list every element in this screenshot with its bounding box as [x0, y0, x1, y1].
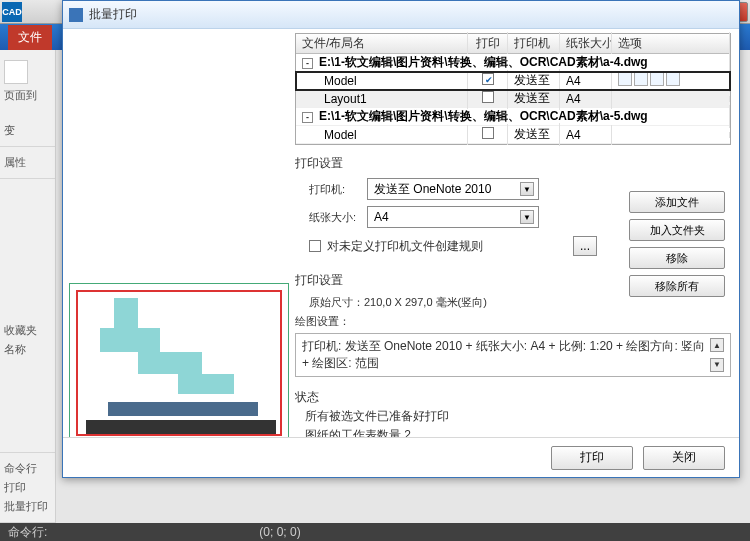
expand-icon[interactable]: - — [302, 58, 313, 69]
sidebar-label-page-to: 页面到 — [4, 88, 51, 103]
print-button[interactable]: 打印 — [551, 446, 633, 470]
orig-size: 原始尺寸：210,0 X 297,0 毫米(竖向) — [295, 295, 731, 310]
scroll-down-icon[interactable]: ▼ — [710, 358, 724, 372]
plot-settings-text: 打印机: 发送至 OneNote 2010 + 纸张大小: A4 + 比例: 1… — [302, 338, 710, 372]
status-ready: 所有被选文件已准备好打印 — [305, 408, 731, 425]
add-file-button[interactable]: 添加文件 — [629, 191, 725, 213]
statusbar-coords: (0; 0; 0) — [259, 525, 300, 539]
plot-settings-label: 绘图设置： — [295, 314, 731, 329]
add-folder-button[interactable]: 加入文件夹 — [629, 219, 725, 241]
remove-button[interactable]: 移除 — [629, 247, 725, 269]
menu-file[interactable]: 文件 — [8, 25, 52, 50]
preview-frame — [76, 290, 282, 436]
sidebar-label-batch-print: 批量打印 — [4, 499, 51, 514]
remove-all-button[interactable]: 移除所有 — [629, 275, 725, 297]
status-sheets: 图纸的工作表数量 2 — [305, 427, 731, 437]
status-section: 状态 所有被选文件已准备好打印 图纸的工作表数量 2 — [295, 387, 731, 437]
dialog-titlebar: 批量打印 — [63, 1, 739, 29]
dialog-icon — [69, 8, 83, 22]
app-window: CAD — ☐ ✕ 文件 页面到 变 属性 收藏夹 名称 命令行 打印 批量打印 — [0, 0, 750, 541]
printer-value: 发送至 OneNote 2010 — [374, 181, 491, 198]
settings-more-button[interactable]: ... — [573, 236, 597, 256]
printer-label: 打印机: — [295, 182, 367, 197]
sidebar-label-change: 变 — [4, 123, 51, 138]
sidebar-label-props: 属性 — [4, 155, 51, 170]
dialog-title: 批量打印 — [89, 6, 137, 23]
statusbar-cmd-label: 命令行: — [8, 524, 47, 541]
plot-settings-detail: 打印机: 发送至 OneNote 2010 + 纸张大小: A4 + 比例: 1… — [295, 333, 731, 377]
printer-combo[interactable]: 发送至 OneNote 2010 ▼ — [367, 178, 539, 200]
batch-print-dialog: 批量打印 文件/ — [62, 0, 740, 478]
chevron-down-icon: ▼ — [520, 182, 534, 196]
file-action-buttons: 添加文件 加入文件夹 移除 移除所有 — [629, 191, 725, 297]
statusbar: 命令行: (0; 0; 0) — [0, 523, 750, 541]
sidebar-label-favorites: 收藏夹 — [4, 323, 51, 338]
sidebar-label-name: 名称 — [4, 342, 51, 357]
sidebar: 页面到 变 属性 收藏夹 名称 命令行 打印 批量打印 — [0, 50, 56, 523]
close-dialog-button[interactable]: 关闭 — [643, 446, 725, 470]
paper-label: 纸张大小: — [295, 210, 367, 225]
expand-icon[interactable]: - — [302, 112, 313, 123]
app-logo: CAD — [2, 2, 22, 22]
undef-rule-checkbox[interactable] — [309, 240, 321, 252]
row-option-icons[interactable] — [618, 72, 680, 86]
sidebar-label-cmdline: 命令行 — [4, 461, 51, 476]
print-settings-title: 打印设置 — [295, 155, 731, 172]
status-title: 状态 — [295, 389, 731, 406]
drawing-preview — [69, 283, 289, 437]
print-checkbox[interactable] — [482, 73, 494, 85]
chevron-down-icon: ▼ — [520, 210, 534, 224]
print-checkbox[interactable] — [482, 91, 494, 103]
print-checkbox[interactable] — [482, 127, 494, 139]
undef-rule-label: 对未定义打印机文件创建规则 — [327, 238, 483, 255]
sidebar-label-print: 打印 — [4, 480, 51, 495]
sidebar-icon-page[interactable] — [4, 60, 28, 84]
layout-row[interactable]: Model发送至A4 — [296, 126, 730, 144]
paper-value: A4 — [374, 210, 389, 224]
dialog-footer: 打印 关闭 — [63, 437, 739, 477]
file-grid: 文件/布局名 打印 打印机 纸张大小 选项 -E:\1-软文编辑\图片资料\转换… — [295, 33, 731, 145]
paper-combo[interactable]: A4 ▼ — [367, 206, 539, 228]
scroll-up-icon[interactable]: ▲ — [710, 338, 724, 352]
